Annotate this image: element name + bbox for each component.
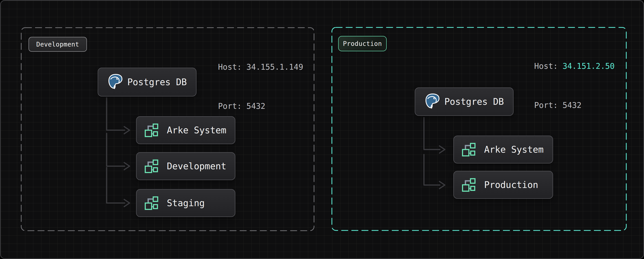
prod-arke-system-node: Arke System bbox=[453, 136, 553, 163]
postgres-elephant-icon bbox=[107, 73, 124, 91]
host-label: Host: bbox=[218, 63, 242, 72]
port-label: Port: bbox=[218, 102, 242, 111]
dev-connector-arrows bbox=[107, 98, 130, 207]
prod-postgres-node: Postgres DB bbox=[415, 87, 514, 116]
system-squares-icon bbox=[144, 159, 159, 174]
node-label: Postgres DB bbox=[444, 96, 504, 107]
system-squares-icon bbox=[144, 123, 159, 138]
dev-arke-system-node: Arke System bbox=[136, 116, 235, 144]
development-port-line: Port:5432 bbox=[218, 100, 303, 113]
dev-staging-node: Staging bbox=[136, 189, 235, 217]
system-squares-icon bbox=[144, 196, 159, 210]
dev-postgres-node: Postgres DB bbox=[98, 68, 196, 96]
port-value: 5432 bbox=[246, 102, 265, 111]
host-value: 34.155.1.149 bbox=[246, 63, 303, 72]
development-badge-label: Development bbox=[36, 41, 79, 48]
prod-production-node: Production bbox=[453, 171, 553, 199]
prod-connector-arrows bbox=[424, 118, 445, 189]
host-label: Host: bbox=[534, 62, 558, 71]
postgres-elephant-icon bbox=[424, 93, 441, 110]
node-label: Staging bbox=[167, 198, 205, 208]
port-value: 5432 bbox=[562, 101, 581, 110]
node-label: Arke System bbox=[167, 125, 226, 135]
development-host-line: Host:34.155.1.149 bbox=[218, 61, 303, 74]
production-badge-label: Production bbox=[343, 40, 382, 48]
production-port-line: Port:5432 bbox=[534, 99, 614, 112]
production-host-line: Host:34.151.2.50 bbox=[534, 60, 614, 73]
diagram-canvas: Development Host:34.155.1.149 Port:5432 … bbox=[0, 0, 644, 259]
node-label: Production bbox=[484, 180, 538, 190]
development-badge: Development bbox=[28, 37, 87, 52]
production-host-info: Host:34.151.2.50 Port:5432 bbox=[534, 34, 614, 138]
system-squares-icon bbox=[461, 142, 476, 157]
node-label: Arke System bbox=[484, 144, 544, 155]
dev-development-node: Development bbox=[136, 152, 235, 180]
production-badge: Production bbox=[338, 36, 387, 51]
system-squares-icon bbox=[461, 177, 476, 192]
node-label: Development bbox=[167, 161, 226, 171]
node-label: Postgres DB bbox=[127, 77, 187, 87]
host-value: 34.151.2.50 bbox=[562, 62, 614, 71]
port-label: Port: bbox=[534, 101, 558, 110]
